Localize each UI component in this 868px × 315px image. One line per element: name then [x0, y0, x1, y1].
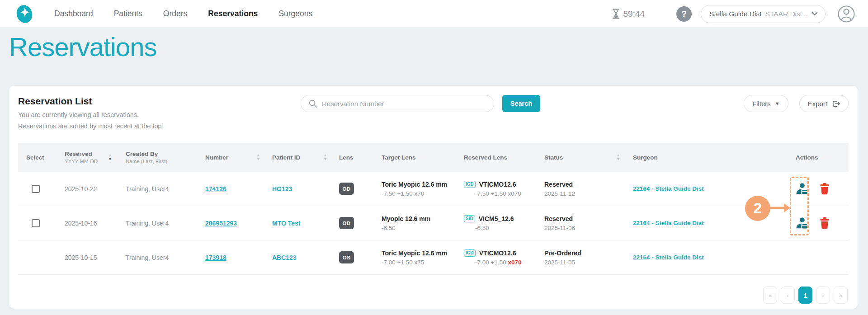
reservation-number-link[interactable]: 173918	[205, 254, 226, 261]
session-timer: 59:44	[611, 8, 645, 19]
status-label: Reserved	[544, 215, 575, 222]
patient-id-link[interactable]: HG123	[272, 185, 292, 193]
sort-icon-status[interactable]: ▲▼	[616, 153, 620, 161]
row-checkbox[interactable]	[32, 185, 40, 193]
main-nav: Dashboard Patients Orders Reservations S…	[54, 9, 312, 19]
patient-id-link[interactable]: MTO Test	[272, 220, 301, 227]
target-lens-rx: -7.50 +1.50 x70	[382, 190, 447, 197]
card-subtitle-2: Reservations are sorted by most recent a…	[18, 122, 164, 130]
sort-icon-patient-id[interactable]: ▲▼	[323, 153, 327, 161]
status-date: 2025-11-05	[544, 259, 581, 266]
reserved-date-cell: 2025-10-22	[59, 185, 122, 193]
col-header-reserved-label: Reserved	[65, 150, 98, 157]
export-label: Export	[808, 100, 827, 108]
status-date: 2025-11-06	[544, 225, 575, 231]
pagination-next-button[interactable]: ›	[816, 287, 830, 304]
reserved-date-cell: 2025-10-16	[59, 220, 122, 227]
delete-icon[interactable]	[819, 183, 830, 195]
surgeon-link[interactable]: 22164 - Stella Guide Dist	[633, 254, 704, 261]
col-header-select: Select	[18, 154, 59, 161]
col-header-reserved-sub: YYYY-MM-DD	[65, 159, 98, 164]
target-lens-name: Toric Myopic 12.6 mm	[382, 249, 447, 257]
reserved-lens-rx: -7.50 +1.50 x070	[475, 190, 521, 197]
reserved-lens-tag-badge: IOD	[464, 181, 476, 188]
delete-icon[interactable]	[819, 217, 830, 230]
row-actions	[773, 182, 847, 195]
nav-dashboard[interactable]: Dashboard	[54, 9, 93, 19]
pagination-last-button[interactable]: »	[834, 287, 848, 304]
lens-eye-badge: OS	[339, 251, 354, 263]
reserved-lens-rx: -7.00 +1.50 x070	[475, 259, 521, 266]
row-checkbox[interactable]	[32, 219, 40, 227]
nav-surgeons[interactable]: Surgeons	[278, 9, 312, 19]
staar-logo-icon[interactable]	[14, 2, 35, 26]
target-lens-rx: -6.50	[382, 225, 430, 231]
reservation-number-link[interactable]: 286951293	[205, 220, 237, 227]
pagination-first-button[interactable]: «	[763, 287, 777, 304]
table-row: 2025-10-22 Training, User4 174126 HG123 …	[18, 172, 849, 206]
reserved-lens-tag-badge: SID	[464, 215, 475, 222]
pagination-page-1-button[interactable]: 1	[798, 287, 812, 304]
help-label: ?	[681, 9, 687, 19]
card-subtitle-1: You are currently viewing all reservatio…	[18, 111, 139, 118]
nav-reservations[interactable]: Reservations	[208, 9, 258, 19]
sort-icon-reserved[interactable]: ▲▼	[108, 153, 112, 161]
surgeon-link[interactable]: 22164 - Stella Guide Dist	[633, 185, 704, 192]
col-header-status[interactable]: Status ▲▼	[540, 153, 628, 161]
account-name: Stella Guide Dist	[709, 10, 761, 18]
reserved-lens-tag-badge: IOD	[464, 249, 476, 257]
col-header-number[interactable]: Number ▲▼	[199, 153, 262, 161]
patient-id-link[interactable]: ABC123	[272, 254, 297, 261]
timer-value: 59:44	[623, 9, 645, 19]
reassign-surgeon-icon[interactable]	[795, 216, 808, 230]
hourglass-icon	[611, 8, 621, 19]
search-input[interactable]	[322, 100, 487, 108]
topbar-right-cluster: 59:44 ? Stella Guide Dist STAAR Dist...	[611, 5, 868, 23]
reserved-date-cell: 2025-10-15	[59, 254, 122, 261]
created-by-cell: Training, User4	[122, 254, 199, 261]
target-lens-rx: -7.00 +1.50 x75	[382, 259, 447, 266]
col-header-patient-id[interactable]: Patient ID ▲▼	[262, 153, 330, 161]
search-area: Search	[301, 95, 540, 112]
row-actions	[773, 216, 847, 230]
page-title: Reservations	[9, 32, 156, 62]
surgeon-link[interactable]: 22164 - Stella Guide Dist	[633, 220, 704, 226]
reservation-number-link[interactable]: 174126	[205, 185, 226, 193]
export-button[interactable]: Export	[799, 95, 849, 112]
reserved-lens-name: VICM5_12.6	[479, 215, 514, 222]
col-header-patient-id-label: Patient ID	[272, 154, 300, 161]
col-header-created-by-sub: Name (Last, First)	[126, 159, 167, 164]
col-header-actions: Actions	[773, 154, 847, 161]
table-header-row: Select Reserved YYYY-MM-DD ▲▼ Created By…	[18, 143, 849, 172]
card-header-buttons: Filters ▼ Export	[744, 95, 849, 112]
pagination-prev-button[interactable]: ‹	[781, 287, 795, 304]
status-label: Reserved	[544, 181, 575, 188]
lens-eye-badge: OD	[339, 217, 354, 229]
user-avatar-icon[interactable]	[837, 5, 855, 23]
reserved-lens-rx: -6.50	[475, 225, 514, 231]
search-button[interactable]: Search	[502, 95, 540, 112]
reassign-surgeon-icon[interactable]	[795, 182, 808, 195]
status-date: 2025-11-12	[544, 190, 575, 197]
table-row: 2025-10-15 Training, User4 173918 ABC123…	[18, 240, 849, 275]
col-header-reserved-lens: Reserved Lens	[457, 154, 540, 161]
created-by-cell: Training, User4	[122, 220, 199, 227]
lens-eye-badge: OD	[339, 183, 354, 195]
search-input-wrapper	[301, 95, 494, 112]
col-header-reserved[interactable]: Reserved YYYY-MM-DD ▲▼	[59, 150, 122, 164]
nav-orders[interactable]: Orders	[163, 9, 187, 19]
help-button[interactable]: ?	[676, 6, 692, 22]
export-icon	[831, 99, 840, 108]
top-navigation-bar: Dashboard Patients Orders Reservations S…	[0, 0, 868, 28]
nav-patients[interactable]: Patients	[114, 9, 142, 19]
filters-button[interactable]: Filters ▼	[744, 95, 788, 112]
col-header-created-by: Created By Name (Last, First)	[122, 150, 199, 164]
col-header-surgeon: Surgeon	[628, 154, 773, 161]
created-by-cell: Training, User4	[122, 185, 199, 193]
reserved-lens-name: VTICMO12.6	[479, 181, 516, 188]
target-lens-name: Myopic 12.6 mm	[382, 215, 430, 222]
account-selector-dropdown[interactable]: Stella Guide Dist STAAR Dist...	[701, 5, 826, 23]
status-label: Pre-Ordered	[544, 249, 581, 257]
sort-icon-number[interactable]: ▲▼	[256, 153, 260, 161]
filters-label: Filters	[752, 100, 771, 108]
